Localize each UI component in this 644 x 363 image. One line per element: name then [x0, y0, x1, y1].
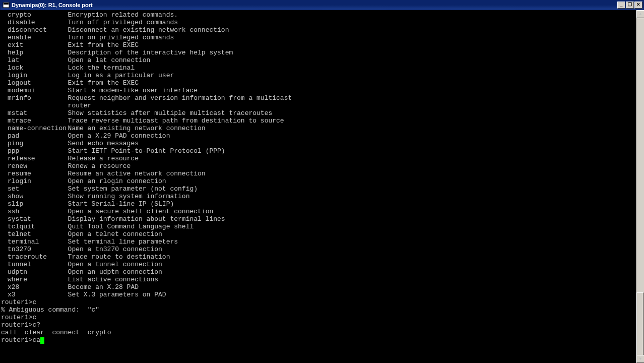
help-command: tclquit [1, 223, 68, 230]
help-description: Show statistics after multiple multicast… [68, 109, 644, 117]
help-row: mstatShow statistics after multiple mult… [1, 109, 644, 117]
help-row: tn3270Open a tn3270 connection [1, 246, 644, 253]
help-row: router [1, 102, 644, 109]
history-line: router1>c [1, 314, 644, 321]
help-description: Send echo messages [68, 140, 644, 147]
help-row: whereList active connections [1, 276, 644, 283]
help-command: modemui [1, 87, 68, 94]
vertical-scrollbar[interactable]: ▲ ▼ [636, 10, 644, 363]
history-line: router1>c [1, 298, 644, 306]
help-description: Request neighbor and version information… [68, 94, 644, 102]
svg-rect-1 [4, 3, 9, 5]
help-command: udptn [1, 268, 68, 276]
help-row: latOpen a lat connection [1, 56, 644, 64]
help-command: terminal [1, 238, 68, 246]
help-row: udptnOpen an udptn connection [1, 268, 644, 276]
help-row: name-connectionName an existing network … [1, 125, 644, 132]
help-row: cryptoEncryption related commands. [1, 11, 644, 19]
help-row: rloginOpen an rlogin connection [1, 177, 644, 185]
help-description: Log in as a particular user [68, 72, 644, 79]
help-command: login [1, 72, 68, 79]
help-row: loginLog in as a particular user [1, 72, 644, 79]
help-row: showShow running system information [1, 193, 644, 200]
help-description: Show running system information [68, 193, 644, 200]
help-description: Display information about terminal lines [68, 215, 644, 223]
help-description: Resume an active network connection [68, 170, 644, 177]
help-command: rlogin [1, 177, 68, 185]
current-prompt-line[interactable]: router1>ca [1, 336, 644, 344]
help-command: mrinfo [1, 94, 68, 102]
help-description: Trace reverse multicast path from destin… [68, 117, 644, 125]
help-row: lockLock the terminal [1, 64, 644, 72]
help-command: help [1, 49, 68, 56]
completion-line: call clear connect crypto [1, 329, 644, 336]
help-command: disable [1, 19, 68, 26]
help-description: Open a secure shell client connection [68, 208, 644, 215]
help-description: Name an existing network connection [68, 125, 644, 132]
help-description: List active connections [68, 276, 644, 283]
scroll-down-button[interactable]: ▼ [636, 355, 644, 363]
help-row: x3Set X.3 parameters on PAD [1, 291, 644, 298]
help-row: enableTurn on privileged commands [1, 34, 644, 41]
help-description: Open a tn3270 connection [68, 246, 644, 253]
app-window: Dynamips(0): R1, Console port _ ❐ ✕ cryp… [0, 0, 644, 363]
help-command [1, 102, 68, 109]
help-command-list: cryptoEncryption related commands.disabl… [1, 11, 644, 298]
help-description: Release a resource [68, 155, 644, 162]
help-command: enable [1, 34, 68, 41]
help-row: padOpen a X.29 PAD connection [1, 132, 644, 140]
error-line: % Ambiguous command: "c" [1, 306, 644, 314]
help-command: disconnect [1, 26, 68, 34]
help-row: disconnectDisconnect an existing network… [1, 26, 644, 34]
help-row: sshOpen a secure shell client connection [1, 208, 644, 215]
help-command: ping [1, 140, 68, 147]
help-command: tn3270 [1, 246, 68, 253]
help-row: pppStart IETF Point-to-Point Protocol (P… [1, 147, 644, 155]
help-row: renewRenew a resource [1, 162, 644, 170]
help-description: Exit from the EXEC [68, 41, 644, 49]
help-command: resume [1, 170, 68, 177]
help-row: terminalSet terminal line parameters [1, 238, 644, 246]
maximize-button[interactable]: ❐ [626, 2, 634, 9]
help-command: x3 [1, 291, 68, 298]
help-description: Open a X.29 PAD connection [68, 132, 644, 140]
help-command: traceroute [1, 253, 68, 261]
help-command: ssh [1, 208, 68, 215]
help-description: Open a tunnel connection [68, 261, 644, 268]
help-row: exitExit from the EXEC [1, 41, 644, 49]
minimize-button[interactable]: _ [617, 2, 625, 9]
help-row: pingSend echo messages [1, 140, 644, 147]
help-description: Start Serial-line IP (SLIP) [68, 200, 644, 208]
help-command: name-connection [1, 125, 68, 132]
help-description: Renew a resource [68, 162, 644, 170]
help-description: Turn on privileged commands [68, 34, 644, 41]
help-description: Set X.3 parameters on PAD [68, 291, 644, 298]
help-command: show [1, 193, 68, 200]
help-row: releaseRelease a resource [1, 155, 644, 162]
help-row: telnetOpen a telnet connection [1, 230, 644, 238]
help-command: tunnel [1, 261, 68, 268]
help-row: tunnelOpen a tunnel connection [1, 261, 644, 268]
scroll-up-button[interactable]: ▲ [636, 10, 644, 18]
help-description: Exit from the EXEC [68, 79, 644, 87]
help-command: ppp [1, 147, 68, 155]
help-row: modemuiStart a modem-like user interface [1, 87, 644, 94]
help-row: logoutExit from the EXEC [1, 79, 644, 87]
help-command: lock [1, 64, 68, 72]
titlebar[interactable]: Dynamips(0): R1, Console port _ ❐ ✕ [0, 0, 644, 10]
help-description: Open a telnet connection [68, 230, 644, 238]
help-row: resumeResume an active network connectio… [1, 170, 644, 177]
history-line: router1>c? [1, 321, 644, 329]
help-command: telnet [1, 230, 68, 238]
help-row: tclquitQuit Tool Command Language shell [1, 223, 644, 230]
help-command: exit [1, 41, 68, 49]
help-command: mtrace [1, 117, 68, 125]
window-controls: _ ❐ ✕ [617, 2, 643, 9]
help-row: tracerouteTrace route to destination [1, 253, 644, 261]
help-description: Start a modem-like user interface [68, 87, 644, 94]
console-output[interactable]: cryptoEncryption related commands.disabl… [0, 10, 644, 363]
help-description: Open an udptn connection [68, 268, 644, 276]
help-description: Set system parameter (not config) [68, 185, 644, 193]
scroll-thumb[interactable] [636, 292, 643, 363]
close-button[interactable]: ✕ [634, 2, 642, 9]
